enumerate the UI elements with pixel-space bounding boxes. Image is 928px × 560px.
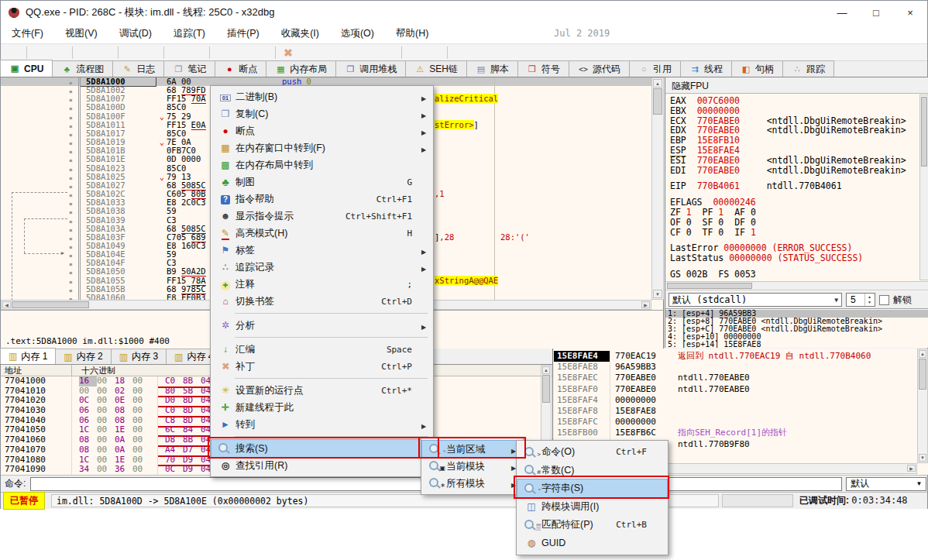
context-menu-item[interactable]: 切换书签 Ctrl+D — [211, 293, 432, 310]
context-menu-item[interactable]: 在内存布局中转到 — [211, 156, 432, 173]
view-tab[interactable]: 线程 — [680, 60, 732, 77]
breakpoint-gutter[interactable] — [1, 86, 81, 94]
open-file-icon[interactable] — [4, 45, 24, 60]
context-menu-item[interactable]: 二进制(B) — [211, 88, 432, 105]
disasm-vertical-scrollbar[interactable]: ▲ ▼ — [651, 77, 664, 300]
context-menu-item[interactable]: 标签 — [211, 242, 432, 259]
view-tab[interactable]: 日志 — [112, 60, 164, 77]
breakpoint-gutter[interactable] — [1, 146, 81, 155]
stack-row[interactable]: 15E8FAF8 15E8FAE8 — [554, 406, 916, 417]
registers-vertical-scrollbar[interactable] — [919, 94, 928, 280]
context-menu-item[interactable]: 高亮模式(H) H — [211, 225, 432, 242]
breakpoint-gutter[interactable] — [1, 242, 81, 250]
submenu-item[interactable]: ∗ 所有模块 — [422, 475, 522, 492]
context-menu-item[interactable]: 搜索(S) — [211, 440, 432, 457]
view-tab[interactable]: CPU — [0, 60, 53, 77]
menubar-item[interactable]: 插件(P) — [216, 24, 270, 43]
context-menu-item[interactable]: 查找引用(R) — [211, 457, 432, 474]
breakpoint-gutter[interactable] — [1, 225, 81, 233]
menubar-item[interactable]: 帮助(H) — [385, 24, 439, 43]
view-tab[interactable]: SEH链 — [405, 60, 467, 77]
view-tab[interactable]: 内存布局 — [266, 60, 336, 77]
menubar-item[interactable]: 追踪(T) — [163, 24, 216, 43]
view-tab[interactable]: 跟踪 — [782, 60, 834, 77]
context-menu-item[interactable]: 追踪记录 — [211, 259, 432, 276]
breakpoint-gutter[interactable] — [1, 233, 81, 242]
execute-till-return-icon[interactable] — [212, 45, 232, 60]
seh-icon[interactable] — [253, 45, 273, 60]
context-menu-item[interactable] — [211, 375, 432, 382]
stack-row[interactable]: 15E8FAE8 96A59BB3 — [554, 362, 916, 373]
breakpoint-gutter[interactable] — [1, 103, 81, 112]
stack-row[interactable]: 15E8FAFC 00000000 — [554, 417, 916, 428]
menubar-item[interactable]: 调试(D) — [108, 24, 163, 43]
breakpoint-gutter[interactable] — [1, 121, 81, 129]
modules-icon[interactable] — [424, 45, 445, 60]
view-tab[interactable]: 笔记 — [163, 60, 215, 77]
context-menu-item[interactable]: 制图 G — [211, 173, 432, 191]
close-button[interactable]: × — [893, 1, 927, 24]
breakpoint-gutter[interactable] — [1, 190, 81, 198]
view-tab[interactable]: 调用堆栈 — [335, 60, 406, 77]
stack-row[interactable]: 15E8FAEC 770EABE0 ntdll.770EABE0 — [554, 373, 916, 383]
breakpoint-gutter[interactable] — [1, 77, 81, 86]
step-into-icon[interactable] — [121, 45, 141, 60]
dump-tab[interactable]: 内存 2 — [55, 349, 111, 364]
argument-count-stepper[interactable]: 5 ▲▼ — [846, 293, 875, 307]
context-menu-item[interactable]: 显示指令提示 Ctrl+Shift+F1 — [211, 208, 432, 225]
breakpoint-gutter[interactable] — [1, 216, 81, 225]
view-tab[interactable]: 句柄 — [731, 60, 783, 77]
patch-icon[interactable] — [278, 45, 298, 60]
stack-row[interactable]: 15E8FAF4 00000000 — [554, 395, 916, 406]
register-line[interactable]: EDI 770EABE0 <ntdll.DbgUiRemoteBreakin> — [670, 166, 918, 176]
breakpoint-gutter[interactable] — [1, 250, 81, 259]
hash-icon[interactable] — [379, 45, 399, 60]
register-line[interactable]: EIP 770B4061 ntdll.770B4061 — [670, 181, 918, 191]
run-icon[interactable] — [75, 45, 95, 60]
register-line[interactable]: CF 0 TF 0 IF 1 — [670, 228, 918, 238]
dump-tab[interactable]: 内存 3 — [111, 349, 167, 364]
dump-tab[interactable]: 内存 1 — [0, 348, 56, 364]
view-tab[interactable]: 脚本 — [466, 60, 518, 77]
breakpoint-gutter[interactable] — [1, 181, 81, 190]
breakpoint-gutter[interactable] — [1, 294, 81, 300]
stop-icon[interactable] — [50, 45, 70, 60]
hide-fpu-button[interactable]: 隐藏FPU — [665, 77, 928, 94]
minimize-button[interactable]: — — [825, 1, 859, 24]
register-line[interactable]: GS 002B FS 0053 — [670, 270, 918, 280]
command-profile-select[interactable]: 默认 ▼ — [846, 477, 926, 491]
context-menu-item[interactable]: 断点 — [211, 122, 432, 139]
calling-convention-select[interactable]: 默认 (stdcall) ▼ — [669, 293, 842, 307]
context-menu-item[interactable] — [211, 310, 432, 317]
stack-vertical-scrollbar[interactable]: ▲ ▼ — [917, 349, 928, 463]
context-menu-item[interactable] — [211, 334, 432, 341]
menubar-item[interactable]: 选项(O) — [330, 24, 385, 43]
restart-icon[interactable] — [29, 45, 50, 60]
context-menu-item[interactable]: 指令帮助 Ctrl+F1 — [211, 191, 432, 208]
breakpoint-gutter[interactable] — [1, 94, 81, 103]
function-icon[interactable] — [359, 45, 379, 60]
stack-row[interactable]: 15E8FB00 15E8FB6C 指向SEH_Record[1]的指针 — [554, 428, 916, 438]
context-menu-item[interactable]: 复制(C) — [211, 105, 432, 122]
strings-icon[interactable] — [404, 45, 424, 60]
submenu-item[interactable]: “ 字符串(S) — [517, 479, 667, 498]
pause-icon[interactable] — [95, 45, 115, 60]
breakpoint-gutter[interactable] — [1, 155, 81, 163]
submenu-item[interactable]: # 常数(C) — [517, 462, 667, 480]
context-menu-item[interactable]: 注释 ; — [211, 276, 432, 293]
registers-panel[interactable]: 隐藏FPU EAX 007C6000EBX 00000000ECX 770EAB… — [665, 77, 928, 348]
run-to-user-code-icon[interactable] — [232, 45, 253, 60]
view-tab[interactable]: 符号 — [517, 60, 569, 77]
animate-into-icon[interactable] — [167, 45, 187, 60]
breakpoint-gutter[interactable] — [1, 129, 81, 138]
view-tab[interactable]: 源代码 — [569, 60, 630, 77]
context-menu-item[interactable]: 设置新的运行点 Ctrl+* — [211, 382, 432, 399]
labels-icon[interactable] — [318, 45, 339, 60]
breakpoint-gutter[interactable] — [1, 277, 81, 285]
breakpoint-gutter[interactable] — [1, 173, 81, 181]
submenu-item[interactable]: 跨模块调用(I) — [517, 498, 667, 517]
breakpoint-gutter[interactable] — [1, 164, 81, 173]
context-menu-item[interactable]: 在内存窗口中转到(F) — [211, 139, 432, 156]
comments-icon[interactable] — [298, 45, 318, 60]
view-tab[interactable]: 引用 — [629, 60, 681, 77]
